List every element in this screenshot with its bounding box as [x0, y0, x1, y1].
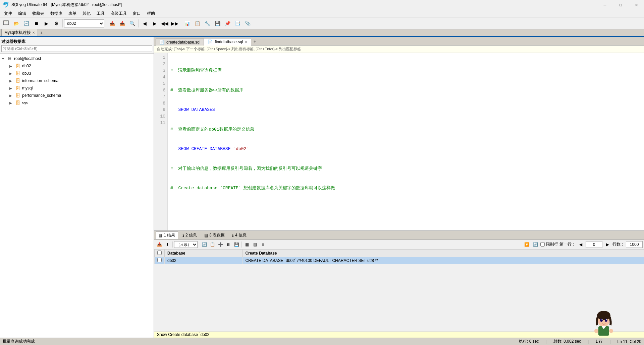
results-tab-3[interactable]: ▤ 3 表数据 [201, 231, 228, 239]
add-connection-button[interactable]: + [38, 29, 45, 36]
results-tab-4[interactable]: ℹ 4 信息 [229, 231, 250, 239]
tree-node-mysql[interactable]: ▶ 🗄 mysql [8, 84, 154, 92]
menu-item-窗口[interactable]: 窗口 [130, 10, 144, 17]
rt-row-count-input[interactable] [626, 241, 643, 248]
tb-btn-11[interactable]: 💾 [213, 19, 222, 28]
tree-node-root[interactable]: ▼ 🖥 root@localhost [0, 55, 154, 62]
editor-tab-createdatabase[interactable]: 📄 createdatabase.sql [156, 39, 204, 46]
code-editor[interactable]: 1 2 3 4 5 6 7 8 9 10 11 # 演示删除和查询数据库 # 查… [154, 53, 644, 230]
rt-btn-text[interactable]: ≡ [259, 241, 267, 248]
code-line-9 [170, 224, 641, 230]
refresh-button[interactable]: 🔄 [21, 19, 31, 28]
menu-item-数据库[interactable]: 数据库 [48, 10, 65, 17]
right-panel: 📄 createdatabase.sql 📄 finddtatbase.sql … [154, 37, 644, 338]
tb-btn-4[interactable]: ◀ [140, 19, 149, 28]
tb-btn-1[interactable]: 📤 [107, 19, 117, 28]
menu-item-其他[interactable]: 其他 [80, 10, 93, 17]
code-comment-1: # 演示删除和查询数据库 [170, 68, 222, 73]
row-checkbox[interactable] [157, 258, 162, 262]
svg-point-3 [6, 21, 6, 22]
tree-node-performance-schema[interactable]: ▶ 🗄 performance_schema [8, 92, 154, 99]
menu-item-工具[interactable]: 工具 [94, 10, 107, 17]
rt-btn-save[interactable]: 💾 [233, 241, 240, 248]
menu-item-收藏夹[interactable]: 收藏夹 [30, 10, 47, 17]
tb-btn-12[interactable]: 📌 [223, 19, 232, 28]
rt-btn-export[interactable]: 📤 [156, 241, 163, 248]
database-selector[interactable]: db02 [64, 19, 104, 27]
tb-btn-13[interactable]: 📑 [233, 19, 242, 28]
filter-input[interactable] [1, 45, 152, 52]
execute-button[interactable]: ▶ [42, 19, 51, 28]
connection-tab-label: Mysql本机连接 [4, 30, 31, 36]
new-connection-button[interactable] [1, 19, 11, 28]
select-all-checkbox[interactable] [157, 251, 162, 255]
tb-btn-2[interactable]: 📥 [117, 19, 127, 28]
results-tab-2[interactable]: ℹ 2 信息 [179, 231, 200, 239]
toolbar-separator-1 [62, 19, 63, 27]
settings-button[interactable]: ⚙ [52, 19, 61, 28]
tab-icon-1: 📄 [159, 40, 164, 45]
rt-filter-button[interactable]: 🔽 [523, 241, 530, 248]
line-num-1: 1 [156, 54, 165, 61]
tree-node-information-schema[interactable]: ▶ 🗄 information_schema [8, 77, 154, 84]
tb-btn-6[interactable]: ◀◀ [160, 19, 169, 28]
rt-btn-add[interactable]: ➕ [217, 241, 224, 248]
line-num-7: 7 [156, 93, 165, 100]
tree-node-db03[interactable]: ▶ 🗄 db03 [8, 70, 154, 77]
rt-limit-checkbox[interactable] [540, 242, 545, 247]
rt-btn-delete[interactable]: 🗑 [225, 241, 232, 248]
tb-btn-5[interactable]: ▶ [150, 19, 159, 28]
tb-btn-14[interactable]: 📎 [243, 19, 252, 28]
connection-tab-close[interactable]: ✕ [32, 31, 35, 34]
code-comment-7: # Create database `CREATE` 想创建数据库名为关键字的数… [170, 186, 335, 191]
left-panel: 过滤器数据库 ▼ 🖥 root@localhost ▶ 🗄 db02 [0, 37, 154, 338]
rt-btn-refresh[interactable]: 🔄 [201, 241, 208, 248]
results-tab-2-icon: ℹ [182, 233, 184, 238]
rt-reload-button[interactable]: 🔄 [532, 241, 539, 248]
menu-item-编辑[interactable]: 编辑 [15, 10, 29, 17]
col-header-check[interactable] [155, 250, 165, 257]
tree-node-sys[interactable]: ▶ 🗄 sys [8, 99, 154, 107]
code-str-db02: `db02` [233, 146, 249, 151]
close-button[interactable]: ✕ [629, 0, 644, 10]
results-tab-1[interactable]: ▦ 1 结果 [156, 231, 178, 239]
tab-close-2[interactable]: ✕ [245, 40, 248, 44]
rt-next-button[interactable]: ▶ [604, 241, 611, 248]
rt-mode-select[interactable]: （只读） [174, 241, 198, 248]
rt-first-row-input[interactable] [586, 241, 602, 248]
tb-btn-3[interactable]: 🔍 [127, 19, 137, 28]
table-row[interactable]: db02 CREATE DATABASE `db02` /*!40100 DEF… [155, 257, 644, 264]
add-editor-tab-button[interactable]: + [251, 38, 258, 45]
menu-item-表单[interactable]: 表单 [66, 10, 79, 17]
menu-item-文件[interactable]: 文件 [1, 10, 15, 17]
col-header-create[interactable]: Create Database [243, 250, 644, 257]
rt-btn-form[interactable]: ▤ [251, 241, 259, 248]
tb-btn-7[interactable]: ▶▶ [170, 19, 179, 28]
rt-btn-import[interactable]: ⬇ [164, 241, 171, 248]
line-num-4: 4 [156, 74, 165, 81]
code-content[interactable]: # 演示删除和查询数据库 # 查看数据库服务器中所有的数据库 SHOW DATA… [168, 53, 644, 230]
expand-icon-perf: ▶ [9, 94, 15, 97]
editor-tab-finddtatbase[interactable]: 📄 finddtatbase.sql ✕ [204, 38, 251, 46]
connection-tab[interactable]: Mysql本机连接 ✕ [1, 29, 38, 36]
menu-item-帮助[interactable]: 帮助 [144, 10, 158, 17]
tree-node-db02[interactable]: ▶ 🗄 db02 [8, 62, 154, 70]
svg-point-11 [606, 321, 609, 323]
open-file-button[interactable]: 📂 [11, 19, 21, 28]
line-num-6: 6 [156, 87, 165, 94]
minimize-button[interactable]: ─ [597, 0, 612, 10]
cell-database[interactable]: db02 [165, 257, 243, 264]
rt-prev-button[interactable]: ◀ [577, 241, 584, 248]
menu-item-高级工具[interactable]: 高级工具 [108, 10, 129, 17]
rt-btn-copy[interactable]: 📋 [209, 241, 216, 248]
col-header-database[interactable]: Database [165, 250, 243, 257]
line-numbers: 1 2 3 4 5 6 7 8 9 10 11 [154, 53, 168, 230]
stop-button[interactable]: ⏹ [32, 19, 41, 28]
tb-btn-8[interactable]: 📊 [182, 19, 192, 28]
maximize-button[interactable]: □ [613, 0, 628, 10]
tb-btn-10[interactable]: 🔧 [203, 19, 212, 28]
tree-panel: ▼ 🖥 root@localhost ▶ 🗄 db02 ▶ 🗄 db03 [0, 54, 154, 338]
total-time: 总数: 0.002 sec [553, 339, 581, 344]
tb-btn-9[interactable]: 📋 [193, 19, 202, 28]
rt-btn-grid[interactable]: ▦ [243, 241, 251, 248]
